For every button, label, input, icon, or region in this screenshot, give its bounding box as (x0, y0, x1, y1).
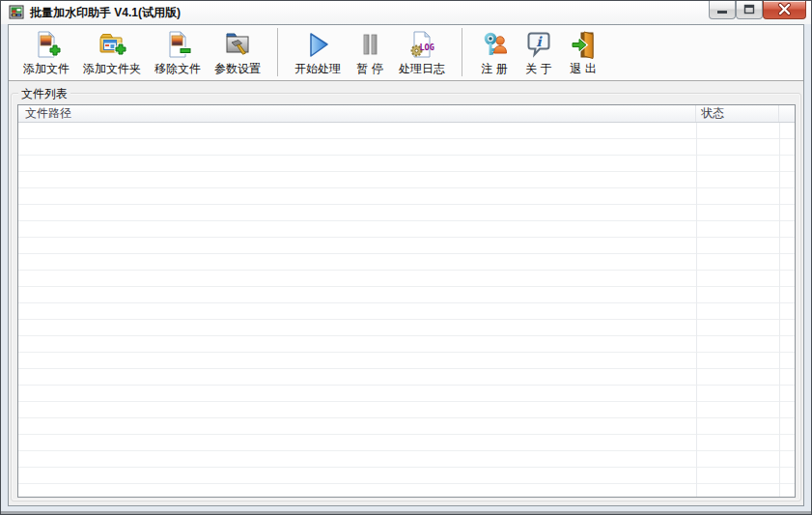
toolbar-separator (277, 28, 278, 76)
file-plus-icon (31, 29, 62, 60)
table-row[interactable] (18, 156, 795, 172)
toolbar-separator (462, 28, 462, 76)
close-icon (764, 1, 805, 17)
column-header-filler (779, 105, 795, 122)
minimize-icon (710, 1, 735, 17)
table-row[interactable] (18, 303, 795, 320)
maximize-icon (737, 1, 762, 17)
app-icon (9, 5, 24, 20)
settings-button[interactable]: 参数设置 (214, 29, 261, 77)
file-list-groupbox: 文件列表 文件路径 状态 (11, 93, 801, 501)
column-gridline (696, 123, 697, 497)
table-row[interactable] (18, 484, 795, 498)
settings-label: 参数设置 (214, 61, 261, 77)
table-row[interactable] (18, 451, 795, 468)
exit-button[interactable]: 退 出 (568, 29, 599, 77)
add-file-label: 添加文件 (23, 61, 70, 77)
table-row[interactable] (18, 468, 795, 484)
about-label: 关 于 (525, 61, 551, 77)
table-row[interactable] (18, 435, 795, 451)
file-minus-icon (162, 29, 193, 60)
add-folder-button[interactable]: 添加文件夹 (83, 29, 141, 77)
toolbar: 添加文件 添加文 (9, 25, 803, 81)
table-row[interactable] (18, 418, 795, 435)
exit-door-icon (568, 29, 599, 60)
svg-text:LOG: LOG (420, 43, 434, 52)
pause-button[interactable]: 暂 停 (354, 29, 385, 77)
table-row[interactable] (18, 238, 795, 254)
table-row[interactable] (18, 271, 795, 287)
log-label: 处理日志 (399, 61, 445, 77)
table-row[interactable] (18, 353, 795, 369)
minimize-button[interactable] (709, 1, 736, 19)
table-row[interactable] (18, 188, 795, 205)
client-area: 添加文件 添加文 (8, 24, 804, 506)
remove-file-button[interactable]: 移除文件 (154, 29, 201, 77)
file-list-group-label: 文件列表 (18, 86, 70, 102)
table-row[interactable] (18, 369, 795, 386)
start-button[interactable]: 开始处理 (294, 29, 341, 77)
play-icon (302, 29, 333, 60)
register-label: 注 册 (481, 61, 507, 77)
table-row[interactable] (18, 139, 795, 156)
column-header-status[interactable]: 状态 (696, 105, 779, 122)
table-row[interactable] (18, 254, 795, 271)
app-window: 批量加水印助手 V4.1(试用版) (0, 0, 812, 515)
register-button[interactable]: 注 册 (479, 29, 510, 77)
remove-file-label: 移除文件 (154, 61, 201, 77)
file-list-table[interactable]: 文件路径 状态 (17, 104, 796, 498)
titlebar: 批量加水印助手 V4.1(试用版) (1, 1, 811, 24)
add-file-button[interactable]: 添加文件 (23, 29, 70, 77)
table-row[interactable] (18, 123, 795, 139)
table-row[interactable] (18, 221, 795, 238)
key-user-icon (479, 29, 510, 60)
table-row[interactable] (18, 205, 795, 221)
log-file-icon: LOG (406, 29, 437, 60)
table-row[interactable] (18, 172, 795, 188)
folder-plus-icon (97, 29, 127, 60)
table-row[interactable] (18, 386, 795, 402)
start-label: 开始处理 (294, 61, 341, 77)
maximize-button[interactable] (736, 1, 763, 19)
pause-label: 暂 停 (356, 61, 382, 77)
about-button[interactable]: i 关 于 (523, 29, 554, 77)
table-row[interactable] (18, 402, 795, 418)
info-bubble-icon: i (523, 29, 554, 60)
file-list-body[interactable] (18, 123, 795, 497)
close-button[interactable] (763, 1, 806, 19)
add-folder-label: 添加文件夹 (83, 61, 141, 77)
column-header-file-path[interactable]: 文件路径 (18, 105, 696, 122)
pause-icon (354, 29, 385, 60)
file-list-header: 文件路径 状态 (18, 105, 795, 123)
column-gridline (779, 123, 780, 497)
log-button[interactable]: LOG 处理日志 (399, 29, 445, 77)
table-row[interactable] (18, 287, 795, 303)
table-row[interactable] (18, 336, 795, 353)
tools-folder-icon (222, 29, 253, 60)
exit-label: 退 出 (570, 61, 596, 77)
table-row[interactable] (18, 320, 795, 336)
window-title: 批量加水印助手 V4.1(试用版) (30, 5, 181, 21)
